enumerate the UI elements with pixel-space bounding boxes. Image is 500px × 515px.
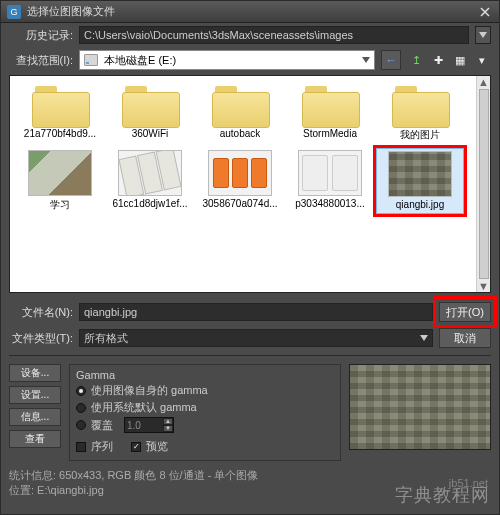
file-item[interactable]: 61cc1d8djw1ef...	[106, 148, 194, 214]
folder-item[interactable]: 360WiFi	[106, 82, 194, 144]
folder-item[interactable]: autoback	[196, 82, 284, 144]
folder-item[interactable]: 我的图片	[376, 82, 464, 144]
spin-down-icon[interactable]: ▼	[163, 425, 173, 432]
folder-icon	[302, 84, 358, 126]
status-location: 位置: E:\qiangbi.jpg	[9, 483, 491, 498]
gamma-radio-own[interactable]: 使用图像自身的 gamma	[76, 383, 334, 398]
gamma-group: Gamma 使用图像自身的 gamma 使用系统默认 gamma 覆盖 ▲▼ 序…	[69, 364, 341, 461]
open-button[interactable]: 打开(O)	[439, 302, 491, 322]
checkbox-off-icon	[76, 442, 86, 452]
window-title: 选择位图图像文件	[27, 4, 115, 19]
file-browser-pane[interactable]: 21a770bf4bd9... 360WiFi autoback StormMe…	[10, 76, 476, 292]
scroll-down-icon[interactable]: ▼	[478, 280, 490, 292]
check-label: 序列	[91, 439, 113, 454]
scrollbar[interactable]: ▲ ▼	[476, 76, 490, 292]
app-icon: G	[7, 5, 21, 19]
radio-off-icon	[76, 403, 86, 413]
radio-label: 使用图像自身的 gamma	[91, 383, 208, 398]
filetype-value: 所有格式	[84, 331, 128, 346]
file-grid: 学习 61cc1d8djw1ef... 3058670a074d... p303…	[16, 148, 470, 214]
folder-label: 我的图片	[400, 128, 440, 142]
gamma-radio-sys[interactable]: 使用系统默认 gamma	[76, 400, 334, 415]
file-label: 学习	[50, 198, 70, 212]
gamma-override-input[interactable]	[125, 420, 163, 431]
radio-label: 使用系统默认 gamma	[91, 400, 197, 415]
bottom-panel: 设备... 设置... 信息... 查看 Gamma 使用图像自身的 gamma…	[1, 360, 499, 465]
info-button[interactable]: 信息...	[9, 408, 61, 426]
file-browser: 21a770bf4bd9... 360WiFi autoback StormMe…	[9, 75, 491, 293]
status-bar: 统计信息: 650x433, RGB 颜色 8 位/通道 - 单个图像 位置: …	[1, 465, 499, 502]
setup-button[interactable]: 设置...	[9, 386, 61, 404]
titlebar: G 选择位图图像文件	[1, 1, 499, 23]
back-button[interactable]: ←	[381, 50, 401, 70]
gamma-legend: Gamma	[76, 369, 115, 381]
file-label: 61cc1d8djw1ef...	[112, 198, 187, 209]
sequence-checkbox[interactable]: 序列	[76, 439, 113, 454]
lookin-row: 查找范围(I): 本地磁盘E (E:) ← ↥ ✚ ▦ ▾	[1, 47, 499, 73]
status-stats: 统计信息: 650x433, RGB 颜色 8 位/通道 - 单个图像	[9, 468, 491, 483]
folder-label: 360WiFi	[132, 128, 169, 139]
history-label: 历史记录:	[9, 28, 73, 43]
lookin-value: 本地磁盘E (E:)	[104, 53, 176, 68]
filename-input[interactable]: qiangbi.jpg	[79, 303, 433, 321]
history-dropdown-button[interactable]	[475, 26, 491, 44]
folder-label: autoback	[220, 128, 261, 139]
file-item[interactable]: 学习	[16, 148, 104, 214]
file-thumb	[208, 150, 272, 196]
file-label: qiangbi.jpg	[396, 199, 444, 210]
radio-label: 覆盖	[91, 418, 113, 433]
view-menu-icon[interactable]: ▦	[451, 51, 469, 69]
folder-icon	[212, 84, 268, 126]
preview-pane	[349, 364, 491, 450]
up-folder-icon[interactable]: ↥	[407, 51, 425, 69]
file-item[interactable]: p3034880013...	[286, 148, 374, 214]
folder-icon	[392, 84, 448, 126]
folder-item[interactable]: StormMedia	[286, 82, 374, 144]
filetype-label: 文件类型(T):	[9, 331, 73, 346]
lookin-label: 查找范围(I):	[9, 53, 73, 68]
view-button[interactable]: 查看	[9, 430, 61, 448]
device-button[interactable]: 设备...	[9, 364, 61, 382]
close-icon[interactable]	[477, 5, 493, 19]
file-item[interactable]: 3058670a074d...	[196, 148, 284, 214]
spin-up-icon[interactable]: ▲	[163, 418, 173, 425]
folder-label: StormMedia	[303, 128, 357, 139]
scroll-thumb[interactable]	[479, 89, 489, 279]
disk-icon	[84, 54, 98, 66]
gamma-radio-override[interactable]: 覆盖 ▲▼	[76, 417, 334, 433]
preview-checkbox[interactable]: 预览	[131, 439, 168, 454]
gamma-override-spinner[interactable]: ▲▼	[124, 417, 174, 433]
filename-label: 文件名(N):	[9, 305, 73, 320]
new-folder-icon[interactable]: ✚	[429, 51, 447, 69]
file-thumb	[118, 150, 182, 196]
check-label: 预览	[146, 439, 168, 454]
filename-row: 文件名(N): qiangbi.jpg 打开(O)	[1, 299, 499, 325]
cancel-button[interactable]: 取消	[439, 328, 491, 348]
file-label: 3058670a074d...	[202, 198, 277, 209]
history-path[interactable]: C:\Users\vaio\Documents\3dsMax\sceneasse…	[79, 26, 469, 44]
view-dropdown-icon[interactable]: ▾	[473, 51, 491, 69]
folder-item[interactable]: 21a770bf4bd9...	[16, 82, 104, 144]
folder-label: 21a770bf4bd9...	[24, 128, 96, 139]
filetype-select[interactable]: 所有格式	[79, 329, 433, 347]
folder-icon	[32, 84, 88, 126]
folder-grid: 21a770bf4bd9... 360WiFi autoback StormMe…	[16, 82, 470, 144]
side-buttons: 设备... 设置... 信息... 查看	[9, 364, 61, 461]
lookin-select[interactable]: 本地磁盘E (E:)	[79, 50, 375, 70]
filetype-row: 文件类型(T): 所有格式 取消	[1, 325, 499, 351]
history-row: 历史记录: C:\Users\vaio\Documents\3dsMax\sce…	[1, 23, 499, 47]
file-thumb	[298, 150, 362, 196]
file-label: p3034880013...	[295, 198, 365, 209]
file-thumb	[28, 150, 92, 196]
arrow-left-icon: ←	[386, 54, 397, 66]
file-item-selected[interactable]: qiangbi.jpg	[376, 148, 464, 214]
radio-on-icon	[76, 386, 86, 396]
divider	[9, 355, 491, 356]
checkbox-on-icon	[131, 442, 141, 452]
radio-off-icon	[76, 420, 86, 430]
scroll-up-icon[interactable]: ▲	[478, 76, 490, 88]
file-dialog: G 选择位图图像文件 历史记录: C:\Users\vaio\Documents…	[0, 0, 500, 515]
file-thumb	[388, 151, 452, 197]
folder-icon	[122, 84, 178, 126]
